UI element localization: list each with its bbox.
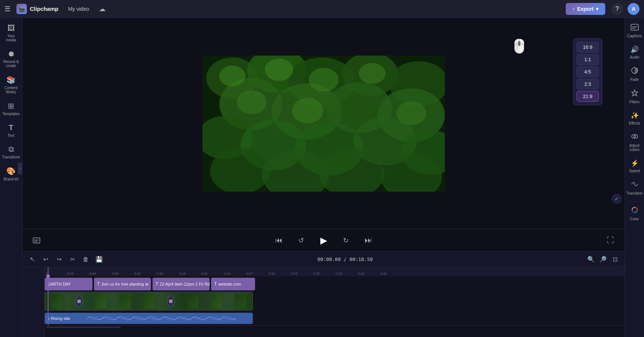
sidebar-item-templates[interactable]: ⊞ Templates bbox=[1, 98, 21, 119]
templates-icon: ⊞ bbox=[8, 101, 14, 110]
topbar-icons: ? A bbox=[611, 3, 640, 15]
app-name: Clipchamp bbox=[30, 6, 59, 12]
aspect-1-1-btn[interactable]: 1:1 bbox=[577, 54, 599, 65]
right-sidebar: Captions 🔊 Audio Fade Filters ✨ Effects bbox=[625, 18, 644, 337]
skip-back-btn[interactable]: ⏮ bbox=[272, 234, 286, 247]
ruler-mark-2: 0:06 bbox=[89, 272, 112, 275]
svg-point-21 bbox=[309, 68, 339, 92]
timeline-scrollbar-area bbox=[45, 325, 625, 328]
zoom-in-btn[interactable]: 🔎 bbox=[598, 254, 608, 265]
text-clip-label: EARTH DAY bbox=[48, 282, 71, 286]
help-icon[interactable]: ? bbox=[611, 3, 623, 15]
aspect-confirm-btn[interactable]: ✓ bbox=[612, 194, 622, 204]
text-clip-april[interactable]: T 22 April 9am-12pm 1 Fir Rd. bbox=[153, 278, 210, 290]
export-button[interactable]: ↑ Export ▾ bbox=[566, 3, 605, 15]
filters-icon bbox=[631, 89, 638, 98]
forward-btn[interactable]: ↻ bbox=[339, 234, 353, 247]
ruler-mark-14: 0:42 bbox=[358, 272, 380, 275]
ruler-mark-3: 0:09 bbox=[112, 272, 134, 275]
timeline: ↖ ↩ ↪ ✂ 🗑 💾 00:00.00 / 00:18.50 🔍 🔎 ⊡ bbox=[22, 251, 625, 337]
svg-point-25 bbox=[396, 101, 426, 125]
video-thumb-6 bbox=[211, 294, 222, 308]
rs-item-audio[interactable]: 🔊 Audio bbox=[626, 42, 644, 62]
undo-btn[interactable]: ↩ bbox=[40, 254, 51, 265]
skip-forward-btn[interactable]: ⏭ bbox=[362, 234, 375, 247]
aspect-21-9-btn[interactable]: 21:9 bbox=[577, 91, 599, 102]
export-icon: ↑ bbox=[572, 6, 575, 12]
rs-item-speed[interactable]: ⚡ Speed bbox=[626, 156, 644, 176]
rs-item-transition[interactable]: Transition bbox=[626, 177, 644, 198]
sidebar-item-content-library[interactable]: 📚 Content library bbox=[1, 72, 21, 97]
play-btn[interactable]: ▶ bbox=[317, 234, 330, 247]
ruler-mark-13: 0:39 bbox=[336, 272, 358, 275]
sidebar-label-text: Text bbox=[7, 133, 14, 138]
sidebar-label-transitions: Transitions bbox=[2, 155, 20, 159]
captions-toggle-btn[interactable] bbox=[30, 234, 43, 247]
fullscreen-btn[interactable]: ⛶ bbox=[604, 234, 617, 247]
rs-item-filters[interactable]: Filters bbox=[626, 86, 644, 107]
rs-label-transition: Transition bbox=[626, 191, 643, 195]
svg-point-35 bbox=[634, 135, 638, 138]
split-icon-2[interactable]: ⊠ bbox=[167, 296, 175, 307]
rs-label-audio: Audio bbox=[630, 55, 640, 59]
tree-svg bbox=[202, 56, 445, 192]
video-thumb-3 bbox=[119, 294, 131, 308]
rs-item-color[interactable]: Color bbox=[626, 203, 644, 224]
effects-icon: ✨ bbox=[631, 111, 639, 120]
timeline-scrollbar[interactable] bbox=[46, 327, 121, 328]
menu-icon[interactable]: ☰ bbox=[4, 5, 10, 13]
cloud-icon[interactable]: ☁ bbox=[99, 5, 106, 13]
sidebar-label-templates: Templates bbox=[3, 112, 20, 116]
zoom-out-btn[interactable]: 🔍 bbox=[586, 254, 596, 265]
text-clip-earth-day[interactable]: EARTH DAY bbox=[45, 278, 92, 290]
rs-label-adjust: Adjust colors bbox=[627, 144, 642, 152]
sidebar-item-record-create[interactable]: ⏺ Record & create bbox=[1, 47, 21, 71]
audio-icon: 🔊 bbox=[631, 45, 639, 54]
sidebar-item-text[interactable]: T Text bbox=[1, 120, 21, 141]
aspect-16-9-btn[interactable]: 16:9 bbox=[577, 42, 599, 53]
zoom-controls: 🔍 🔎 ⊡ bbox=[586, 254, 620, 265]
aspect-4-5-btn[interactable]: 4:5 bbox=[577, 66, 599, 77]
redo-btn[interactable]: ↪ bbox=[54, 254, 64, 265]
save-btn[interactable]: 💾 bbox=[94, 254, 104, 265]
rs-item-adjust-colors[interactable]: Adjust colors bbox=[626, 130, 644, 155]
ruler-mark-15: 0:45 bbox=[380, 272, 403, 275]
captions-icon bbox=[631, 24, 639, 32]
cut-btn[interactable]: ✂ bbox=[67, 254, 78, 265]
timeline-tracks[interactable]: EARTH DAY T Join us for tree planting at… bbox=[45, 276, 625, 325]
sidebar-label-content: Content library bbox=[3, 86, 19, 94]
split-icon-1[interactable]: ⊠ bbox=[75, 296, 83, 307]
audio-clip-rising-star[interactable]: ♪ Rising star bbox=[45, 313, 253, 324]
cursor-tool-btn[interactable]: ↖ bbox=[27, 254, 37, 265]
ruler-mark-8: 0:24 bbox=[224, 272, 246, 275]
sidebar-item-your-media[interactable]: 🖼 Your media bbox=[1, 21, 21, 45]
text-track[interactable]: EARTH DAY T Join us for tree planting at… bbox=[45, 278, 625, 290]
rewind-btn[interactable]: ↺ bbox=[295, 234, 308, 247]
rs-item-fade[interactable]: Fade bbox=[626, 64, 644, 85]
delete-btn[interactable]: 🗑 bbox=[81, 254, 91, 265]
video-thumb-2 bbox=[95, 294, 107, 308]
aspect-2-3-btn[interactable]: 2:3 bbox=[577, 79, 599, 89]
rs-item-effects[interactable]: ✨ Effects bbox=[626, 108, 644, 128]
rs-item-captions[interactable]: Captions bbox=[626, 21, 644, 41]
svg-rect-26 bbox=[33, 238, 40, 243]
video-title[interactable]: My video bbox=[65, 4, 93, 13]
sidebar-label-record: Record & create bbox=[3, 60, 19, 68]
video-clip[interactable]: ⊠ ⊠ bbox=[45, 292, 253, 311]
sidebar-item-transitions[interactable]: ⧉ Transitions bbox=[1, 142, 21, 162]
text-clip-website[interactable]: T website.com bbox=[211, 278, 255, 290]
record-icon: ⏺ bbox=[7, 50, 15, 58]
svg-point-23 bbox=[237, 90, 267, 114]
video-track[interactable]: ⊠ ⊠ bbox=[45, 292, 625, 311]
text-clip-join-us[interactable]: T Join us for tree planting at bbox=[94, 278, 151, 290]
time-display: 00:00.00 / 00:18.50 bbox=[107, 256, 583, 262]
adjust-colors-icon bbox=[631, 133, 638, 142]
topbar: ☰ 🎬 Clipchamp My video ☁ ↑ Export ▾ ? A bbox=[0, 0, 644, 18]
fit-btn[interactable]: ⊡ bbox=[610, 254, 620, 265]
avatar[interactable]: A bbox=[628, 3, 640, 15]
audio-track-label: ♪ Rising star bbox=[48, 316, 70, 321]
audio-track[interactable]: ♪ Rising star bbox=[45, 313, 625, 324]
text-t-icon-2: T bbox=[155, 281, 158, 287]
ruler-mark-6: 0:18 bbox=[179, 272, 201, 275]
color-icon bbox=[631, 206, 638, 215]
